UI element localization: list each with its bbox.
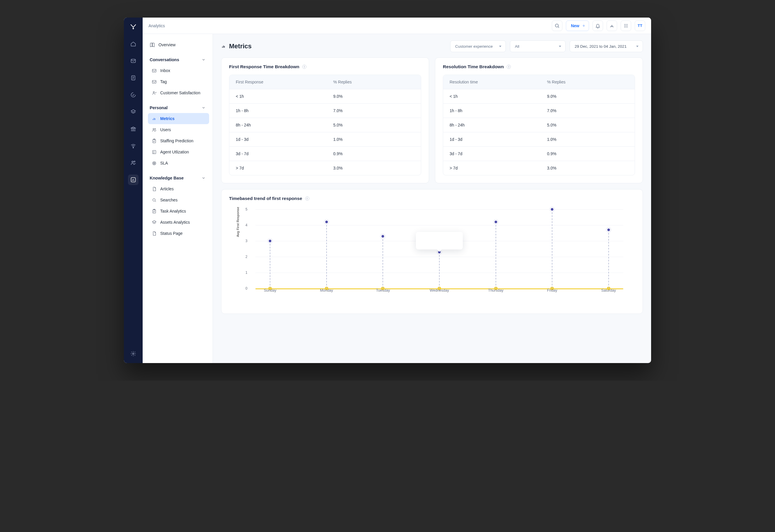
nav-wifi-icon[interactable] (128, 141, 138, 151)
svg-point-28 (154, 163, 154, 163)
first-response-table: First Response% Replies < 1h9.0%1h - 8h7… (229, 75, 421, 175)
nav-home-icon[interactable] (128, 39, 138, 49)
group-header-kb[interactable]: Knowledge Base (146, 173, 209, 183)
chart-x-axis: SundayMondayTuesdayWednesdayThursdayFrid… (255, 288, 623, 304)
sidebar-inbox[interactable]: Inbox (148, 65, 209, 76)
chart-tooltip (416, 232, 463, 249)
sidebar-sla[interactable]: SLA (148, 158, 209, 169)
cell-range: < 1h (236, 94, 333, 99)
chart-point[interactable] (550, 207, 555, 212)
svg-point-21 (153, 128, 154, 129)
breadcrumb: Analytics (148, 23, 165, 28)
x-tick-label: Wednesday (430, 288, 449, 292)
table-header-row: First Response% Replies (229, 75, 421, 89)
svg-point-22 (155, 129, 155, 129)
svg-point-0 (133, 28, 134, 29)
nav-inbox-icon[interactable] (128, 56, 138, 66)
nav-layers-icon[interactable] (128, 107, 138, 117)
cell-percent: 5.0% (547, 123, 628, 127)
chart-stem (270, 241, 270, 288)
chart-point[interactable] (324, 220, 328, 224)
sidebar-group-personal: Personal Metrics Users Staffing Predicti… (146, 102, 209, 169)
cell-range: 1d - 3d (450, 137, 547, 142)
avatar[interactable]: TT (635, 20, 645, 31)
nav-bank-icon[interactable] (128, 124, 138, 134)
select-value: Customer experience (455, 44, 493, 49)
page-title: Metrics (221, 42, 251, 50)
sidebar-articles[interactable]: Articles (148, 183, 209, 194)
card-title: Resolution Time Breakdowni (443, 64, 635, 69)
notifications-button[interactable] (593, 20, 603, 31)
svg-point-20 (153, 91, 154, 93)
chart-point[interactable] (381, 234, 385, 238)
sidebar-task-analytics[interactable]: Task Analytics (148, 206, 209, 217)
group-header-conversations[interactable]: Conversations (146, 54, 209, 65)
cell-range: 1h - 8h (450, 108, 547, 113)
nav-people-icon[interactable] (128, 158, 138, 168)
nav-analytics-icon[interactable] (128, 175, 138, 185)
chart-point[interactable] (494, 220, 498, 224)
label: Staffing Prediction (160, 138, 193, 143)
col-header-a: Resolution time (450, 80, 547, 84)
cell-range: > 7d (450, 166, 547, 170)
sidebar-agent-utilization[interactable]: Agent Utlization (148, 146, 209, 158)
x-tick-label: Sunday (264, 288, 276, 292)
sidebar-searches[interactable]: Searches (148, 194, 209, 206)
chart-point[interactable] (268, 239, 272, 243)
y-tick-label: 3 (245, 239, 247, 243)
info-icon[interactable]: i (507, 65, 511, 69)
chart-stem (326, 222, 327, 288)
chevron-down-icon (201, 176, 206, 180)
nav-doc-icon[interactable] (128, 73, 138, 83)
chart-gridline (255, 209, 623, 210)
chart-bar-icon (221, 44, 226, 49)
cell-range: 8h - 24h (236, 123, 333, 127)
logo-icon (128, 22, 138, 32)
table-row: 1d - 3d1.0% (229, 132, 421, 146)
apps-button[interactable] (621, 20, 631, 31)
filter-category-select[interactable]: Customer experience (450, 40, 506, 52)
select-value: 29 Dec, 2021 to 04 Jan, 2021 (575, 44, 627, 49)
nav-rail-items (128, 39, 138, 185)
cell-percent: 5.0% (333, 123, 415, 127)
nav-check-icon[interactable] (128, 90, 138, 100)
svg-point-8 (555, 24, 559, 27)
col-header-b: % Replies (333, 80, 415, 84)
sidebar-assets-analytics[interactable]: Assets Analytics (148, 217, 209, 228)
broadcast-button[interactable] (607, 20, 617, 31)
table-row: 8h - 24h5.0% (229, 118, 421, 132)
sidebar-users[interactable]: Users (148, 124, 209, 135)
info-icon[interactable]: i (302, 65, 306, 69)
filter-scope-select[interactable]: All (510, 40, 566, 52)
filter-row: Customer experience All 29 Dec, 2021 to … (450, 40, 643, 52)
chart-stem (496, 222, 496, 288)
sidebar-staffing-prediction[interactable]: Staffing Prediction (148, 135, 209, 146)
card-title: First Response Time Breakdowni (229, 64, 421, 69)
y-axis-label: Avg First Response (236, 207, 239, 237)
label: Assets Analytics (160, 220, 190, 225)
x-tick: Tuesday (376, 288, 390, 304)
search-button[interactable] (552, 20, 562, 31)
resolution-card: Resolution Time Breakdowni Resolution ti… (435, 57, 643, 183)
new-button[interactable]: New＋ (566, 20, 589, 31)
filter-date-range-select[interactable]: 29 Dec, 2021 to 04 Jan, 2021 (570, 40, 643, 52)
page-title-text: Metrics (229, 42, 251, 50)
sidebar-tag[interactable]: Tag (148, 76, 209, 87)
info-icon[interactable]: i (305, 196, 309, 201)
table-row: 3d - 7d0.9% (443, 146, 635, 161)
y-tick-label: 0 (245, 286, 247, 290)
x-tick: Saturday (601, 288, 616, 304)
table-row: < 1h9.0% (229, 89, 421, 103)
cell-percent: 7.0% (333, 108, 415, 113)
file-icon (151, 186, 157, 191)
sidebar-overview[interactable]: Overview (146, 39, 209, 50)
group-header-personal[interactable]: Personal (146, 102, 209, 113)
chart-point[interactable] (606, 228, 611, 232)
sidebar-status-page[interactable]: Status Page (148, 228, 209, 239)
cell-range: < 1h (450, 94, 547, 99)
mail-icon (151, 68, 157, 73)
sidebar-csat[interactable]: Customer Satisfaction (148, 87, 209, 98)
sidebar-metrics[interactable]: Metrics (148, 113, 209, 124)
nav-settings-icon[interactable] (128, 348, 138, 359)
y-tick-label: 5 (245, 207, 247, 211)
